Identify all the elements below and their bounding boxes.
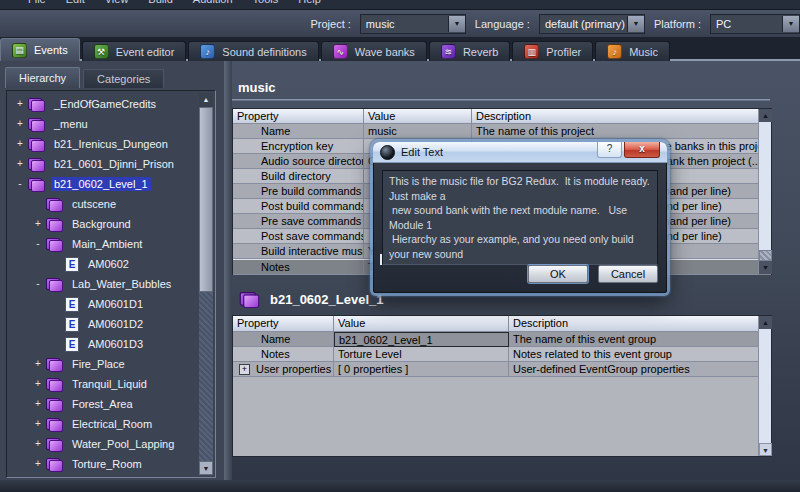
tree-item[interactable]: +_EndOfGameCredits: [9, 94, 198, 114]
expand-toggle-icon[interactable]: +: [15, 99, 25, 109]
expand-toggle-icon[interactable]: +: [15, 119, 25, 129]
tab-hierarchy[interactable]: Hierarchy: [5, 67, 80, 88]
table-row[interactable]: Name music The name of this project: [233, 124, 771, 139]
column-header-description[interactable]: Description: [509, 316, 758, 332]
expand-toggle-icon[interactable]: -: [15, 179, 25, 189]
table-scrollbar[interactable]: ▲ ▼: [758, 316, 771, 456]
close-button[interactable]: x: [624, 142, 660, 158]
cell-value[interactable]: music: [364, 124, 472, 139]
table-row[interactable]: Notes Torture Level Notes related to thi…: [233, 347, 771, 362]
scroll-down-icon[interactable]: ▼: [759, 443, 772, 456]
expand-toggle-icon[interactable]: +: [33, 459, 43, 469]
tree-item[interactable]: +Electrical_Room: [9, 414, 198, 434]
scroll-down-icon[interactable]: ▼: [759, 261, 772, 274]
tree-item[interactable]: +Fire_Place: [9, 354, 198, 374]
cell-property[interactable]: Post build commands: [233, 199, 364, 214]
tree-scrollbar[interactable]: ▲ ▼: [199, 93, 213, 475]
tree-item[interactable]: +_menu: [9, 114, 198, 134]
scroll-up-icon[interactable]: ▲: [759, 109, 772, 122]
tree-item[interactable]: EAM0602: [9, 254, 198, 274]
tab-music[interactable]: ♪ Music: [595, 41, 670, 61]
expand-toggle-icon[interactable]: +: [15, 139, 25, 149]
menu-file[interactable]: File: [28, 0, 46, 5]
expand-toggle-icon[interactable]: +: [33, 419, 43, 429]
cell-property[interactable]: Audio source directory: [233, 154, 364, 169]
expand-box-icon[interactable]: +: [239, 364, 250, 375]
help-button[interactable]: ?: [597, 142, 622, 158]
table-row[interactable]: + User properties [ 0 properties ] User-…: [233, 362, 771, 377]
language-dropdown[interactable]: default (primary) ▼: [539, 14, 645, 34]
tree-item[interactable]: EAM0601D3: [9, 334, 198, 354]
expand-toggle-icon[interactable]: -: [33, 279, 43, 289]
cell-property[interactable]: Encryption key: [233, 139, 364, 154]
expand-toggle-icon[interactable]: +: [15, 159, 25, 169]
tab-profiler[interactable]: ▥ Profiler: [512, 41, 593, 61]
panel-splitter[interactable]: [224, 61, 232, 480]
column-header-value[interactable]: Value: [334, 316, 509, 332]
tree-item[interactable]: +Bubble_Buzzing: [9, 474, 198, 477]
scroll-up-icon[interactable]: ▲: [759, 316, 772, 329]
dropdown-arrow-icon[interactable]: ▼: [782, 16, 799, 32]
tree-item[interactable]: -Main_Ambient: [9, 234, 198, 254]
cell-property[interactable]: Name: [233, 332, 334, 347]
cell-property[interactable]: Build directory: [233, 169, 364, 184]
cell-property[interactable]: Notes: [233, 347, 334, 362]
dropdown-arrow-icon[interactable]: ▼: [448, 16, 465, 32]
tab-reverb[interactable]: ≋ Reverb: [429, 41, 510, 61]
menu-help[interactable]: Help: [298, 0, 321, 5]
cell-property[interactable]: Pre build commands: [233, 184, 364, 199]
tab-sound-definitions[interactable]: ♪ Sound definitions: [188, 41, 318, 61]
tree-item[interactable]: cutscene: [9, 194, 198, 214]
scroll-down-icon[interactable]: ▼: [199, 461, 213, 475]
tree-item[interactable]: +Forest_Area: [9, 394, 198, 414]
tab-categories[interactable]: Categories: [83, 69, 164, 88]
dialog-titlebar[interactable]: Edit Text ? x: [373, 142, 667, 163]
cell-property[interactable]: Pre save commands: [233, 214, 364, 229]
cell-property[interactable]: Post save commands: [233, 229, 364, 244]
table-scrollbar[interactable]: ▲ ▼: [758, 109, 771, 274]
tree-item[interactable]: -Lab_Water_Bubbles: [9, 274, 198, 294]
tree-item[interactable]: +b21_Irenicus_Dungeon: [9, 134, 198, 154]
expand-toggle-icon[interactable]: +: [33, 219, 43, 229]
scrollbar-thumb[interactable]: [759, 250, 772, 261]
expand-toggle-icon[interactable]: +: [33, 379, 43, 389]
tree-item[interactable]: EAM0601D2: [9, 314, 198, 334]
platform-dropdown[interactable]: PC ▼: [710, 14, 800, 34]
menu-audition[interactable]: Audition: [193, 0, 233, 5]
notes-text-input[interactable]: This is the music file for BG2 Redux. It…: [382, 170, 658, 265]
tab-wave-banks[interactable]: ∿ Wave banks: [321, 41, 427, 61]
tree-item[interactable]: +Tranquil_Liquid: [9, 374, 198, 394]
cancel-button[interactable]: Cancel: [598, 265, 658, 283]
tree-item[interactable]: +Background: [9, 214, 198, 234]
menu-view[interactable]: View: [105, 0, 129, 5]
scroll-up-icon[interactable]: ▲: [199, 93, 213, 107]
cell-value[interactable]: Torture Level: [334, 347, 509, 362]
menu-tools[interactable]: Tools: [253, 0, 279, 5]
tree-item[interactable]: +b21_0601_Djinni_Prison: [9, 154, 198, 174]
tree-item[interactable]: +Water_Pool_Lapping: [9, 434, 198, 454]
project-dropdown[interactable]: music ▼: [360, 14, 466, 34]
cell-property[interactable]: + User properties: [233, 362, 334, 377]
expand-toggle-icon[interactable]: -: [33, 239, 43, 249]
dropdown-arrow-icon[interactable]: ▼: [627, 16, 644, 32]
ok-button[interactable]: OK: [528, 265, 588, 283]
column-header-description[interactable]: Description: [472, 109, 758, 124]
tree-item[interactable]: EAM0601D1: [9, 294, 198, 314]
expand-toggle-icon[interactable]: +: [33, 439, 43, 449]
tree-item[interactable]: +Torture_Room: [9, 454, 198, 474]
cell-property[interactable]: Build interactive music: [233, 244, 364, 259]
scrollbar-thumb[interactable]: [199, 107, 213, 292]
column-header-property[interactable]: Property: [233, 316, 334, 332]
expand-toggle-icon[interactable]: +: [33, 359, 43, 369]
tab-event-editor[interactable]: ⚒ Event editor: [82, 41, 187, 61]
table-row-selected[interactable]: Name b21_0602_Level_1 The name of this e…: [233, 332, 771, 347]
cell-property[interactable]: Name: [233, 124, 364, 139]
column-header-value[interactable]: Value: [364, 109, 472, 124]
tree-item-selected[interactable]: -b21_0602_Level_1: [9, 174, 198, 194]
expand-toggle-icon[interactable]: +: [33, 399, 43, 409]
cell-property[interactable]: Notes: [233, 260, 364, 275]
cell-value-editing[interactable]: b21_0602_Level_1: [334, 332, 509, 347]
column-header-property[interactable]: Property: [233, 109, 364, 124]
menu-build[interactable]: Build: [148, 0, 172, 5]
cell-value[interactable]: [ 0 properties ]: [334, 362, 509, 377]
